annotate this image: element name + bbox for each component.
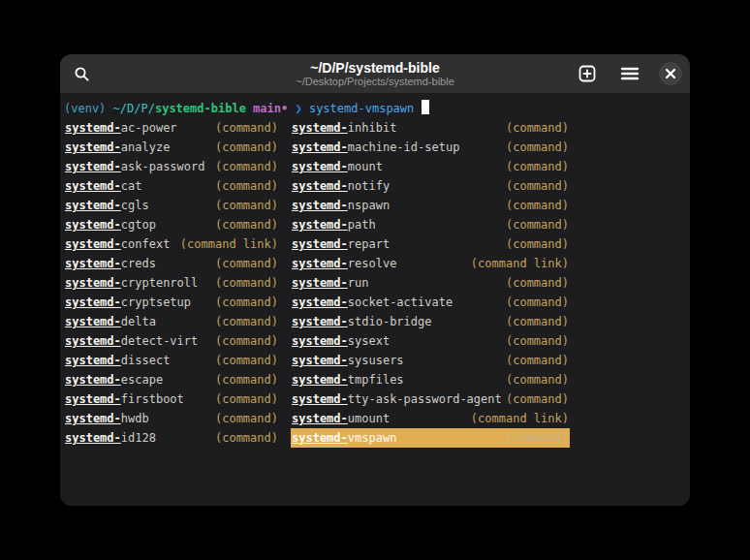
completion-prefix: systemd- [65, 218, 121, 232]
typed-command: systemd-vmspawn [309, 102, 414, 115]
venv-indicator: (venv) [64, 102, 113, 115]
terminal-content[interactable]: (venv) ~/D/P/systemd-bible main• ❯ syste… [60, 93, 690, 506]
completion-item: systemd-dissect(command) [64, 351, 279, 370]
completion-item: systemd-escape(command) [64, 370, 279, 389]
completion-tag: (command) [506, 138, 569, 157]
completion-tag: (command) [506, 196, 569, 215]
completion-tag: (command) [215, 370, 278, 389]
completion-prefix: systemd- [292, 431, 348, 445]
completion-item: systemd-delta(command) [64, 312, 279, 331]
completion-name: sysext [348, 334, 390, 348]
completion-item: systemd-ask-password(command) [64, 157, 279, 176]
completion-name: confext [121, 237, 171, 251]
completion-name: path [348, 218, 376, 232]
main-menu-button[interactable] [616, 60, 643, 87]
completion-item: systemd-repart(command) [291, 234, 570, 254]
completion-name: machine-id-setup [348, 140, 460, 154]
new-tab-icon [578, 65, 596, 82]
window-subtitle: ~/Desktop/Projects/systemd-bible [296, 76, 454, 88]
completion-name: detect-virt [121, 334, 198, 348]
search-button[interactable] [68, 60, 95, 87]
completion-item: systemd-confext(command link) [64, 234, 279, 254]
completion-name: firstboot [121, 392, 184, 406]
completion-name: notify [348, 179, 390, 193]
completion-tag: (command) [506, 215, 569, 234]
completion-prefix: systemd- [292, 296, 348, 309]
completion-item: systemd-machine-id-setup(command) [291, 138, 570, 157]
completion-prefix: systemd- [65, 373, 121, 387]
text-cursor [422, 100, 429, 114]
close-icon [666, 69, 675, 78]
completion-item: systemd-creds(command) [64, 254, 279, 273]
completion-prefix: systemd- [65, 276, 121, 290]
completion-item: systemd-hwdb(command) [64, 409, 279, 428]
completion-tag: (command) [215, 409, 278, 428]
completion-item: systemd-vmspawn(command) [291, 428, 570, 448]
completion-prefix: systemd- [65, 257, 121, 270]
git-branch: main• [246, 102, 288, 115]
completion-prefix: systemd- [292, 121, 348, 135]
completion-item: systemd-cryptenroll(command) [64, 273, 279, 293]
hamburger-menu-icon [621, 67, 639, 80]
completion-item: systemd-sysext(command) [291, 331, 570, 351]
completion-tag: (command) [506, 234, 569, 254]
completion-item: systemd-analyze(command) [64, 138, 279, 157]
completion-name: delta [121, 315, 156, 328]
completion-item: systemd-stdio-bridge(command) [291, 312, 570, 331]
header-bar: ~/D/P/systemd-bible ~/Desktop/Projects/s… [60, 54, 690, 93]
completion-name: umount [348, 412, 390, 425]
new-tab-button[interactable] [574, 60, 601, 87]
completion-name: cgls [121, 199, 149, 212]
completion-item: systemd-cgls(command) [64, 196, 279, 215]
completion-prefix: systemd- [65, 412, 121, 425]
completion-tag: (command) [215, 293, 278, 312]
completion-tag: (command link) [180, 234, 278, 254]
completion-prefix: systemd- [65, 354, 121, 367]
completion-tag: (command) [215, 254, 278, 273]
completion-item: systemd-cryptsetup(command) [64, 293, 279, 312]
completion-name: resolve [348, 257, 397, 270]
completion-prefix: systemd- [292, 199, 348, 212]
completion-tag: (command) [215, 215, 278, 234]
completion-name: vmspawn [348, 431, 397, 445]
completion-prefix: systemd- [292, 257, 348, 270]
completion-prefix: systemd- [292, 315, 348, 328]
completion-prefix: systemd- [65, 431, 121, 445]
completion-prefix: systemd- [292, 140, 348, 154]
completion-tag: (command) [506, 312, 569, 331]
completion-item: systemd-resolve(command link) [291, 254, 570, 273]
completion-item: systemd-umount(command link) [291, 409, 570, 428]
completion-name: run [348, 276, 369, 290]
completion-item: systemd-tty-ask-password-agent(command) [291, 389, 570, 409]
completion-item: systemd-cat(command) [64, 176, 279, 196]
completion-tag: (command) [215, 273, 278, 293]
completion-name: socket-activate [348, 296, 453, 309]
completion-prefix: systemd- [292, 334, 348, 348]
prompt-symbol: ❯ [288, 102, 309, 115]
terminal-window: ~/D/P/systemd-bible ~/Desktop/Projects/s… [60, 54, 690, 506]
completion-name: inhibit [348, 121, 397, 135]
completion-tag: (command) [506, 157, 569, 176]
completion-item: systemd-nspawn(command) [291, 196, 570, 215]
completion-tag: (command) [506, 118, 569, 138]
completion-prefix: systemd- [292, 160, 348, 173]
completion-tag: (command) [506, 176, 569, 196]
completion-name: hwdb [121, 412, 149, 425]
completion-name: dissect [121, 354, 171, 367]
completion-tag: (command) [506, 273, 569, 293]
completion-prefix: systemd- [65, 315, 121, 328]
completion-prefix: systemd- [65, 199, 121, 212]
completion-name: mount [348, 160, 383, 173]
completion-prefix: systemd- [292, 392, 348, 406]
completion-item: systemd-mount(command) [291, 157, 570, 176]
completion-prefix: systemd- [65, 392, 121, 406]
completion-name: tmpfiles [348, 373, 404, 387]
prompt-current-dir: systemd-bible [155, 102, 246, 115]
completion-prefix: systemd- [292, 354, 348, 367]
completion-name: creds [121, 257, 156, 270]
completion-item: systemd-firstboot(command) [64, 389, 279, 409]
completion-item: systemd-path(command) [291, 215, 570, 234]
completion-name: id128 [121, 431, 156, 445]
completion-item: systemd-detect-virt(command) [64, 331, 279, 351]
close-window-button[interactable] [659, 62, 682, 85]
